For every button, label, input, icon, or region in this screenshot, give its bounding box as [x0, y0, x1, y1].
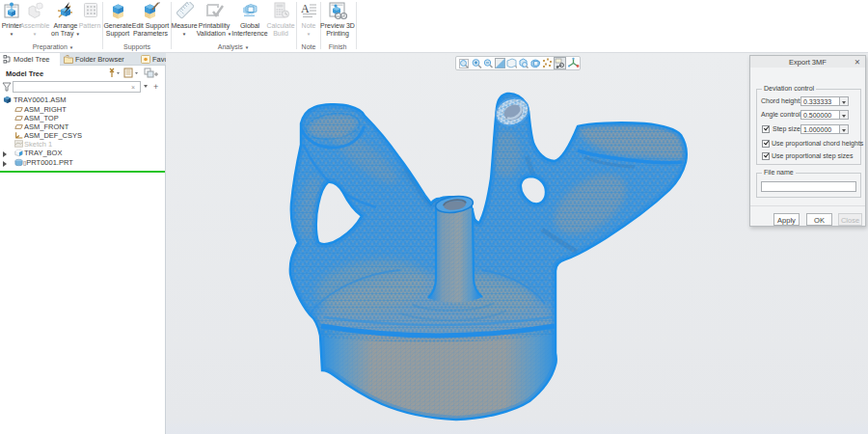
- svg-text:A: A: [301, 2, 310, 15]
